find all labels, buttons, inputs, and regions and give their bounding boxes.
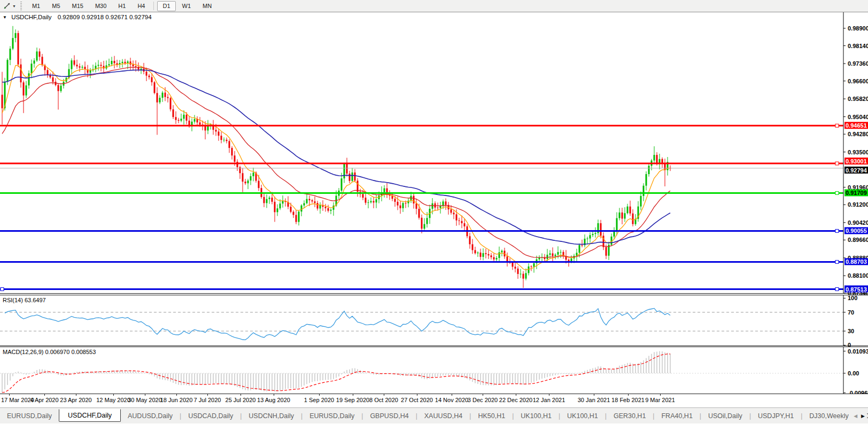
candle-body-down: [325, 207, 327, 208]
timeframe-button-mn[interactable]: MN: [197, 1, 217, 11]
candle-body-down: [418, 209, 420, 218]
candle-body-down: [552, 253, 554, 256]
candle-body-down: [58, 85, 59, 91]
level-line-handle[interactable]: [835, 260, 839, 263]
tab-scroll-left-icon[interactable]: ◀: [854, 413, 857, 419]
date-axis-label: 8 Oct 2020: [369, 397, 398, 403]
date-axis[interactable]: 17 Mar 20204 Apr 202023 Apr 202012 May 2…: [0, 394, 868, 407]
chart-tab-dj30-weekly[interactable]: DJ30,Weekly: [802, 410, 855, 422]
rsi-indicator-panel: 10070300 RSI(14) 63.6497: [0, 295, 868, 346]
candle-body-down: [456, 214, 458, 220]
chart-tab-uk100-h1[interactable]: UK100,H1: [560, 410, 605, 422]
candle-body-up: [277, 208, 278, 212]
level-line-handle[interactable]: [1, 288, 4, 291]
date-axis-label: 23 Apr 2020: [60, 397, 91, 403]
rsi-tick-label: 30: [848, 328, 854, 334]
candle-body-up: [539, 257, 540, 259]
timeframe-button-h4[interactable]: H4: [132, 1, 150, 11]
candle-body-up: [320, 205, 321, 209]
drawing-tool-icon[interactable]: [2, 1, 12, 11]
candle-body-down: [218, 131, 220, 136]
candle-body-down: [130, 61, 131, 65]
price-tick-label: 0.94280: [848, 131, 868, 137]
candle-body-down: [146, 72, 148, 76]
ma-slow-blue-line: [2, 70, 670, 244]
candle-body-down: [272, 198, 273, 202]
timeframe-button-m5[interactable]: M5: [46, 1, 65, 11]
chart-tab-audusd-daily[interactable]: AUDUSD,Daily: [121, 410, 180, 422]
chart-tab-usoil-daily[interactable]: USOil,Daily: [701, 410, 749, 422]
candle-body-up: [26, 85, 27, 96]
toolbar-separator: [153, 2, 154, 10]
toolbar-grip-handle[interactable]: [20, 2, 22, 10]
candle-body-down: [472, 244, 474, 250]
timeframe-button-m1[interactable]: M1: [27, 1, 45, 11]
tab-scroll-right-icon[interactable]: ▶: [861, 413, 865, 419]
candle-body-down: [135, 66, 137, 67]
candle-body-down: [165, 93, 166, 97]
date-tick-mark: [274, 394, 274, 396]
timeframe-button-w1[interactable]: W1: [177, 1, 197, 11]
level-line-handle[interactable]: [835, 191, 839, 194]
candle-body-up: [282, 201, 284, 203]
timeframe-button-h1[interactable]: H1: [113, 1, 131, 11]
candle-body-up: [440, 206, 441, 208]
chart-tab-usdcad-daily[interactable]: USDCAD,Daily: [181, 410, 240, 422]
candle-body-up: [98, 65, 99, 66]
main-chart-panel: 0.989000.981400.973600.966000.958200.950…: [0, 12, 868, 293]
candle-body-down: [416, 203, 417, 209]
toolbar-dropdown-arrow[interactable]: ▼: [12, 4, 16, 8]
date-tick-mark: [113, 394, 114, 396]
candle-body-up: [587, 239, 588, 239]
candle-body-up: [640, 196, 642, 207]
date-tick-mark: [353, 394, 353, 396]
chart-tab-eurusd-daily[interactable]: EURUSD,Daily: [303, 410, 361, 422]
candle-body-down: [170, 98, 172, 109]
candle-body-up: [10, 49, 11, 60]
level-price-label: 0.90055: [846, 227, 867, 234]
price-tick-label: 0.90420: [848, 219, 868, 226]
candle-body-up: [181, 119, 182, 121]
level-line-handle[interactable]: [835, 162, 839, 165]
candle-body-down: [226, 140, 228, 141]
level-line-handle[interactable]: [835, 124, 839, 127]
candle-body-down: [20, 65, 22, 83]
candle-body-down: [531, 266, 532, 267]
timeframe-button-m30[interactable]: M30: [90, 1, 112, 11]
rsi-line: [5, 308, 670, 340]
chart-tab-usdchf-daily[interactable]: USDCHF,Daily: [59, 409, 121, 422]
chart-tab-usdjpy-h1[interactable]: USDJPY,H1: [751, 410, 801, 422]
level-line-handle[interactable]: [835, 288, 839, 291]
chart-tab-hk50-h1[interactable]: HK50,H1: [471, 410, 512, 422]
level-line-handle[interactable]: [835, 229, 839, 232]
collapse-arrow-icon[interactable]: ▼: [3, 15, 7, 20]
chart-tab-eurusd-daily[interactable]: EURUSD,Daily: [0, 410, 59, 422]
candle-body-down: [491, 255, 492, 257]
candle-body-up: [483, 253, 484, 257]
candle-body-up: [648, 166, 650, 174]
date-axis-label: 18 Jun 2020: [160, 397, 193, 403]
chart-tab-uk100-h1[interactable]: UK100,H1: [514, 410, 559, 422]
timeframe-button-m15[interactable]: M15: [67, 1, 89, 11]
candle-body-up: [496, 258, 498, 260]
candle-body-down: [50, 75, 51, 77]
candle-body-down: [274, 202, 276, 212]
candle-body-down: [258, 180, 260, 188]
date-tick-mark: [483, 394, 483, 396]
price-tick-label: 0.93500: [848, 149, 868, 155]
candle-body-up: [627, 207, 629, 213]
timeframe-buttons: M1M5M15M30H1H4D1W1MN: [26, 1, 218, 11]
candle-body-up: [330, 210, 332, 211]
chart-tab-ger30-h1[interactable]: GER30,H1: [607, 410, 653, 422]
candle-body-down: [445, 201, 447, 205]
timeframe-button-d1[interactable]: D1: [157, 1, 175, 11]
crosshair-icon: [3, 2, 11, 10]
candle-body-down: [264, 197, 265, 203]
chart-tab-usdcnh-daily[interactable]: USDCNH,Daily: [242, 410, 301, 422]
price-tick-label: 0.88100: [848, 272, 868, 279]
chart-tab-gbpusd-h4[interactable]: GBPUSD,H4: [363, 410, 415, 422]
chart-tab-xauusd-h4[interactable]: XAUUSD,H4: [417, 410, 470, 422]
candle-body-down: [79, 66, 81, 67]
chart-tab-fra40-h1[interactable]: FRA40,H1: [654, 410, 699, 422]
date-tick-mark: [44, 394, 45, 396]
